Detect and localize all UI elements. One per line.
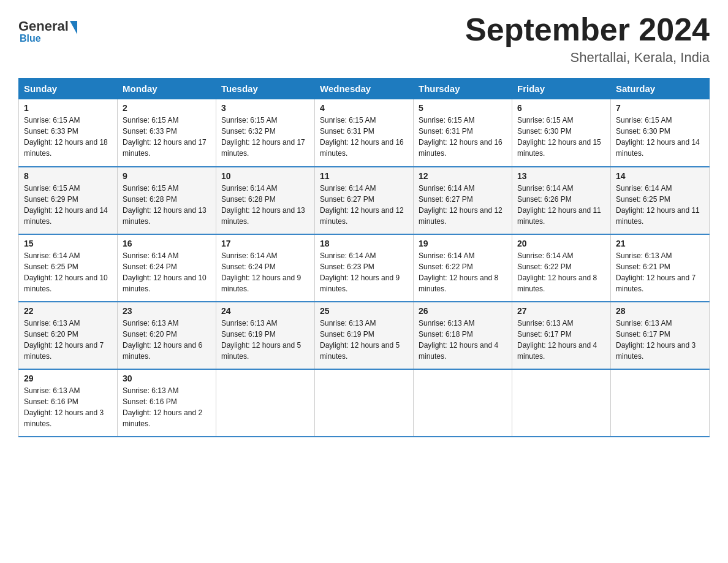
day-number: 19 — [419, 239, 507, 248]
day-number: 29 — [24, 373, 112, 383]
day-number: 20 — [517, 239, 605, 248]
calendar-cell: 8Sunrise: 6:15 AMSunset: 6:29 PMDaylight… — [19, 167, 118, 234]
calendar-cell: 23Sunrise: 6:13 AMSunset: 6:20 PMDayligh… — [118, 302, 216, 369]
day-info: Sunrise: 6:15 AMSunset: 6:29 PMDaylight:… — [24, 183, 112, 227]
location-title: Shertallai, Kerala, India — [465, 50, 710, 66]
logo: General Blue — [18, 18, 78, 44]
day-number: 26 — [419, 306, 507, 316]
day-info: Sunrise: 6:14 AMSunset: 6:22 PMDaylight:… — [419, 250, 507, 294]
day-number: 7 — [616, 103, 704, 113]
day-number: 23 — [123, 306, 211, 316]
calendar-cell: 18Sunrise: 6:14 AMSunset: 6:23 PMDayligh… — [315, 234, 414, 302]
day-info: Sunrise: 6:13 AMSunset: 6:17 PMDaylight:… — [616, 318, 704, 362]
calendar-cell: 17Sunrise: 6:14 AMSunset: 6:24 PMDayligh… — [216, 234, 315, 302]
calendar-cell: 19Sunrise: 6:14 AMSunset: 6:22 PMDayligh… — [414, 234, 512, 302]
calendar-cell: 30Sunrise: 6:13 AMSunset: 6:16 PMDayligh… — [118, 369, 216, 437]
calendar-cell: 13Sunrise: 6:14 AMSunset: 6:26 PMDayligh… — [512, 167, 611, 234]
calendar-cell: 24Sunrise: 6:13 AMSunset: 6:19 PMDayligh… — [216, 302, 315, 369]
calendar-cell: 21Sunrise: 6:13 AMSunset: 6:21 PMDayligh… — [611, 234, 710, 302]
day-info: Sunrise: 6:14 AMSunset: 6:25 PMDaylight:… — [24, 250, 112, 294]
logo-arrow-icon — [70, 21, 77, 34]
weekday-header-monday: Monday — [118, 79, 216, 99]
day-number: 3 — [221, 103, 309, 113]
day-number: 28 — [616, 306, 704, 316]
day-number: 15 — [24, 239, 112, 248]
calendar-cell: 15Sunrise: 6:14 AMSunset: 6:25 PMDayligh… — [19, 234, 118, 302]
logo-general-text: General — [18, 18, 69, 34]
calendar-cell: 11Sunrise: 6:14 AMSunset: 6:27 PMDayligh… — [315, 167, 414, 234]
day-number: 5 — [419, 103, 507, 113]
day-number: 11 — [320, 171, 408, 181]
calendar-cell — [512, 369, 611, 437]
weekday-header-thursday: Thursday — [414, 79, 512, 99]
day-number: 27 — [517, 306, 605, 316]
day-info: Sunrise: 6:13 AMSunset: 6:19 PMDaylight:… — [320, 318, 408, 362]
calendar-cell: 16Sunrise: 6:14 AMSunset: 6:24 PMDayligh… — [118, 234, 216, 302]
calendar-cell: 28Sunrise: 6:13 AMSunset: 6:17 PMDayligh… — [611, 302, 710, 369]
weekday-header-sunday: Sunday — [19, 79, 118, 99]
calendar-cell: 12Sunrise: 6:14 AMSunset: 6:27 PMDayligh… — [414, 167, 512, 234]
calendar-cell: 29Sunrise: 6:13 AMSunset: 6:16 PMDayligh… — [19, 369, 118, 437]
day-number: 6 — [517, 103, 605, 113]
day-number: 13 — [517, 171, 605, 181]
day-number: 30 — [123, 373, 211, 383]
calendar-cell — [315, 369, 414, 437]
day-number: 17 — [221, 239, 309, 248]
day-info: Sunrise: 6:14 AMSunset: 6:28 PMDaylight:… — [221, 183, 309, 227]
calendar-cell — [414, 369, 512, 437]
day-info: Sunrise: 6:14 AMSunset: 6:24 PMDaylight:… — [221, 250, 309, 294]
title-area: September 2024 Shertallai, Kerala, India — [465, 12, 710, 66]
day-info: Sunrise: 6:15 AMSunset: 6:31 PMDaylight:… — [320, 115, 408, 159]
day-number: 24 — [221, 306, 309, 316]
day-number: 14 — [616, 171, 704, 181]
weekday-header-tuesday: Tuesday — [216, 79, 315, 99]
weekday-header-row: SundayMondayTuesdayWednesdayThursdayFrid… — [19, 79, 710, 99]
day-info: Sunrise: 6:15 AMSunset: 6:31 PMDaylight:… — [419, 115, 507, 159]
calendar-cell: 1Sunrise: 6:15 AMSunset: 6:33 PMDaylight… — [19, 99, 118, 167]
day-info: Sunrise: 6:13 AMSunset: 6:18 PMDaylight:… — [419, 318, 507, 362]
calendar-week-row: 29Sunrise: 6:13 AMSunset: 6:16 PMDayligh… — [19, 369, 710, 437]
day-number: 10 — [221, 171, 309, 181]
day-number: 4 — [320, 103, 408, 113]
day-info: Sunrise: 6:13 AMSunset: 6:21 PMDaylight:… — [616, 250, 704, 294]
day-info: Sunrise: 6:13 AMSunset: 6:17 PMDaylight:… — [517, 318, 605, 362]
day-number: 12 — [419, 171, 507, 181]
weekday-header-saturday: Saturday — [611, 79, 710, 99]
day-info: Sunrise: 6:15 AMSunset: 6:30 PMDaylight:… — [517, 115, 605, 159]
calendar-cell: 22Sunrise: 6:13 AMSunset: 6:20 PMDayligh… — [19, 302, 118, 369]
day-number: 16 — [123, 239, 211, 248]
day-info: Sunrise: 6:15 AMSunset: 6:30 PMDaylight:… — [616, 115, 704, 159]
day-info: Sunrise: 6:13 AMSunset: 6:19 PMDaylight:… — [221, 318, 309, 362]
calendar-cell: 2Sunrise: 6:15 AMSunset: 6:33 PMDaylight… — [118, 99, 216, 167]
day-info: Sunrise: 6:14 AMSunset: 6:26 PMDaylight:… — [517, 183, 605, 227]
day-info: Sunrise: 6:15 AMSunset: 6:33 PMDaylight:… — [123, 115, 211, 159]
day-info: Sunrise: 6:14 AMSunset: 6:24 PMDaylight:… — [123, 250, 211, 294]
day-info: Sunrise: 6:13 AMSunset: 6:20 PMDaylight:… — [123, 318, 211, 362]
calendar-cell — [611, 369, 710, 437]
calendar-cell: 20Sunrise: 6:14 AMSunset: 6:22 PMDayligh… — [512, 234, 611, 302]
calendar-week-row: 8Sunrise: 6:15 AMSunset: 6:29 PMDaylight… — [19, 167, 710, 234]
day-info: Sunrise: 6:15 AMSunset: 6:33 PMDaylight:… — [24, 115, 112, 159]
calendar-cell: 7Sunrise: 6:15 AMSunset: 6:30 PMDaylight… — [611, 99, 710, 167]
day-info: Sunrise: 6:14 AMSunset: 6:23 PMDaylight:… — [320, 250, 408, 294]
weekday-header-friday: Friday — [512, 79, 611, 99]
calendar-week-row: 15Sunrise: 6:14 AMSunset: 6:25 PMDayligh… — [19, 234, 710, 302]
day-info: Sunrise: 6:14 AMSunset: 6:25 PMDaylight:… — [616, 183, 704, 227]
calendar-cell: 10Sunrise: 6:14 AMSunset: 6:28 PMDayligh… — [216, 167, 315, 234]
day-number: 22 — [24, 306, 112, 316]
calendar-week-row: 1Sunrise: 6:15 AMSunset: 6:33 PMDaylight… — [19, 99, 710, 167]
day-number: 25 — [320, 306, 408, 316]
month-title: September 2024 — [465, 12, 710, 47]
calendar-cell: 27Sunrise: 6:13 AMSunset: 6:17 PMDayligh… — [512, 302, 611, 369]
day-info: Sunrise: 6:13 AMSunset: 6:20 PMDaylight:… — [24, 318, 112, 362]
day-number: 18 — [320, 239, 408, 248]
day-info: Sunrise: 6:13 AMSunset: 6:16 PMDaylight:… — [123, 385, 211, 429]
calendar-cell: 3Sunrise: 6:15 AMSunset: 6:32 PMDaylight… — [216, 99, 315, 167]
day-info: Sunrise: 6:15 AMSunset: 6:28 PMDaylight:… — [123, 183, 211, 227]
day-number: 9 — [123, 171, 211, 181]
day-info: Sunrise: 6:13 AMSunset: 6:16 PMDaylight:… — [24, 385, 112, 429]
day-info: Sunrise: 6:14 AMSunset: 6:27 PMDaylight:… — [419, 183, 507, 227]
day-info: Sunrise: 6:14 AMSunset: 6:22 PMDaylight:… — [517, 250, 605, 294]
day-info: Sunrise: 6:14 AMSunset: 6:27 PMDaylight:… — [320, 183, 408, 227]
calendar-cell: 6Sunrise: 6:15 AMSunset: 6:30 PMDaylight… — [512, 99, 611, 167]
